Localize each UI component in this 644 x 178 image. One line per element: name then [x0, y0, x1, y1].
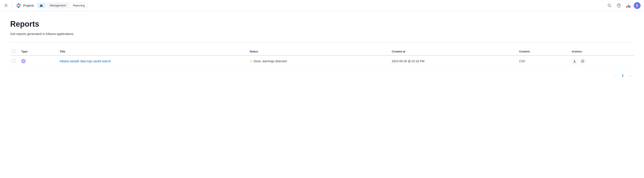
svg-point-17 [583, 61, 583, 61]
breadcrumb-separator-2: › [68, 4, 70, 7]
user-avatar[interactable]: E [634, 2, 640, 9]
row-title-cell: Kibana sample data logs saved search [57, 55, 247, 67]
hamburger-menu-icon[interactable]: ☰ [4, 2, 8, 9]
home-icon [40, 4, 43, 7]
breadcrumb-management[interactable]: Management [47, 3, 68, 8]
actions-column-header: Actions [569, 48, 634, 55]
info-icon [581, 60, 584, 63]
title-column-header: Title [57, 48, 247, 55]
table-row: Kibana sample data logs saved search ⚠ D… [10, 55, 634, 67]
table-body: Kibana sample data logs saved search ⚠ D… [10, 55, 634, 67]
svg-point-7 [18, 5, 20, 6]
row-type-cell [19, 55, 57, 67]
created-at-column-header: Created at [389, 48, 517, 55]
kibana-logo-icon [16, 3, 22, 9]
breadcrumb: › Management › Reporting [38, 3, 87, 8]
section-divider [10, 42, 634, 43]
row-actions-cell [569, 55, 634, 67]
analytics-icon [626, 4, 630, 8]
main-content: Reports Get reports generated in Kibana … [0, 11, 644, 67]
svg-line-9 [610, 6, 611, 7]
help-icon [617, 4, 621, 8]
report-type-icon [21, 59, 26, 63]
prev-page-button[interactable]: ‹ [612, 72, 618, 79]
select-all-checkbox[interactable] [12, 50, 15, 53]
app-logo[interactable]: Projects [16, 3, 34, 9]
page-subtitle: Get reports generated in Kibana applicat… [10, 32, 634, 36]
breadcrumb-reporting[interactable]: Reporting [70, 3, 87, 8]
checkbox-header [10, 48, 19, 55]
download-button[interactable] [572, 58, 578, 64]
info-button[interactable] [580, 58, 586, 64]
row-created-at-cell: 2023-09-26 @ 02:16 PM [389, 55, 517, 67]
breadcrumb-separator-1: › [46, 4, 46, 7]
top-navigation: ☰ Projects › Management › Repo [0, 0, 644, 11]
row-checkbox-cell [10, 55, 19, 67]
action-buttons [572, 58, 631, 64]
report-title-link[interactable]: Kibana sample data logs saved search [60, 60, 111, 63]
next-page-button[interactable]: › [627, 72, 634, 79]
row-checkbox[interactable] [12, 59, 15, 63]
status-text: Done, warnings detected [254, 60, 287, 63]
pagination: ‹ 1 › [0, 67, 644, 84]
search-icon [608, 4, 612, 8]
nav-right-actions: E [606, 2, 640, 9]
page-1-button[interactable]: 1 [619, 72, 626, 79]
row-content-cell: CSV [517, 55, 569, 67]
breadcrumb-home[interactable] [38, 3, 45, 8]
reports-table: Type Title Status Created at Content Act… [10, 48, 634, 67]
content-column-header: Content [517, 48, 569, 55]
download-icon [573, 60, 576, 63]
svg-point-11 [619, 6, 619, 7]
table-header: Type Title Status Created at Content Act… [10, 48, 634, 55]
app-name-label: Projects [23, 4, 34, 7]
status-column-header: Status [247, 48, 389, 55]
page-title: Reports [10, 20, 634, 29]
warning-icon: ⚠ [250, 59, 252, 63]
help-button[interactable] [615, 2, 623, 9]
nav-divider [12, 2, 12, 9]
search-button[interactable] [606, 2, 613, 9]
type-column-header: Type [19, 48, 57, 55]
analytics-button[interactable] [624, 2, 632, 9]
row-status-cell: ⚠ Done, warnings detected [247, 55, 389, 67]
status-container: ⚠ Done, warnings detected [250, 59, 386, 63]
